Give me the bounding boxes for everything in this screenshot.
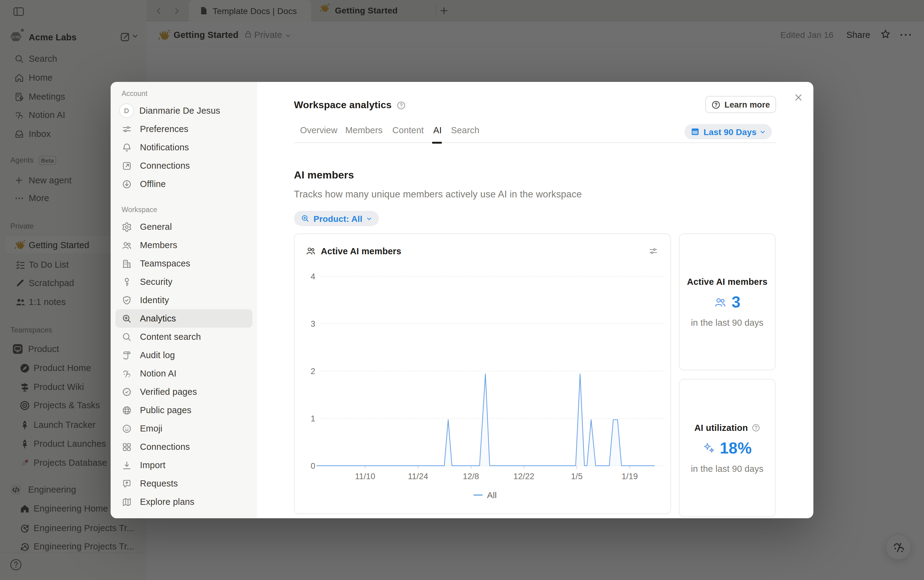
svg-text:12/8: 12/8	[463, 472, 479, 481]
svg-text:11/24: 11/24	[408, 472, 428, 481]
svg-text:1/19: 1/19	[621, 472, 638, 481]
svg-text:All: All	[487, 491, 497, 500]
svg-text:1: 1	[311, 414, 315, 423]
svg-text:0: 0	[311, 461, 315, 471]
svg-text:11/10: 11/10	[355, 472, 376, 481]
svg-text:1/5: 1/5	[571, 472, 583, 481]
svg-text:4: 4	[311, 272, 315, 281]
svg-text:3: 3	[311, 319, 315, 328]
svg-text:12/22: 12/22	[513, 472, 534, 481]
svg-text:2: 2	[311, 367, 315, 376]
